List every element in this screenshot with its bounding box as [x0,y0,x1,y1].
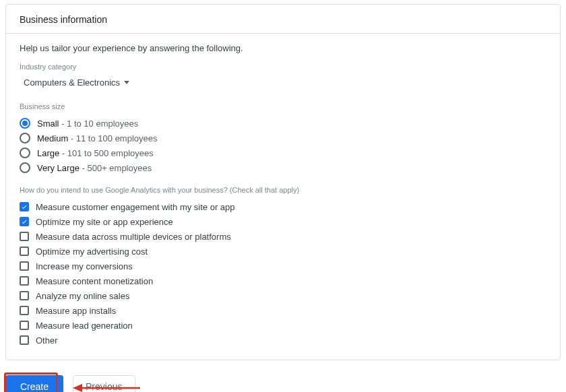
checkbox-label: Optimize my advertising cost [36,247,148,257]
checkbox-label: Measure content monetization [36,276,153,286]
usage-option[interactable]: Measure data across multiple devices or … [20,229,546,244]
checkbox-label: Measure lead generation [36,321,133,331]
industry-category-label: Industry category [20,63,546,71]
checkbox-icon [20,232,29,241]
checkbox-label: Other [36,335,58,346]
checkbox-checked-icon [20,202,29,211]
card-body: Help us tailor your experience by answer… [6,34,560,360]
business-size-option[interactable]: Small - 1 to 10 employees [20,116,546,131]
industry-category-value: Computers & Electronics [24,77,120,88]
checkbox-icon [20,335,29,345]
checkbox-icon [20,247,29,256]
business-size-option[interactable]: Large - 101 to 500 employees [20,145,546,160]
usage-option[interactable]: Other [20,333,546,348]
checkbox-label: Increase my conversions [36,261,133,271]
checkbox-checked-icon [20,217,29,226]
radio-icon [20,148,30,158]
usage-option[interactable]: Optimize my advertising cost [20,244,546,259]
checkbox-icon [20,321,29,330]
create-button[interactable]: Create [5,375,63,392]
radio-label: Very Large - 500+ employees [37,163,152,173]
business-size-option[interactable]: Medium - 11 to 100 employees [20,131,546,145]
usage-option[interactable]: Measure lead generation [20,318,546,333]
business-size-radio-group: Small - 1 to 10 employeesMedium - 11 to … [20,116,546,175]
checkbox-icon [20,306,29,315]
industry-category-dropdown[interactable]: Computers & Electronics [20,75,129,100]
checkbox-label: Measure data across multiple devices or … [36,232,231,242]
card-title: Business information [20,14,546,25]
radio-label: Large - 101 to 500 employees [37,148,154,158]
usage-option[interactable]: Measure app installs [20,303,546,318]
radio-label: Medium - 11 to 100 employees [37,133,158,143]
radio-label: Small - 1 to 10 employees [37,119,138,129]
usage-option[interactable]: Optimize my site or app experience [20,214,546,229]
usage-option[interactable]: Measure content monetization [20,273,546,288]
checkbox-icon [20,291,29,300]
usage-label: How do you intend to use Google Analytic… [20,186,546,194]
business-information-card: Business information Help us tailor your… [5,4,561,360]
checkbox-label: Analyze my online sales [36,291,129,301]
help-text: Help us tailor your experience by answer… [20,43,546,53]
usage-option[interactable]: Analyze my online sales [20,288,546,303]
radio-icon [20,133,30,143]
checkbox-icon [20,261,29,271]
usage-option[interactable]: Measure customer engagement with my site… [20,199,546,214]
business-size-option[interactable]: Very Large - 500+ employees [20,160,546,175]
checkbox-icon [20,276,29,286]
button-row: Create Previous [0,360,566,392]
business-size-label: Business size [20,102,546,110]
checkbox-label: Measure app installs [36,306,116,316]
radio-icon [20,118,30,129]
previous-button[interactable]: Previous [73,375,135,392]
radio-icon [20,162,30,173]
checkbox-label: Measure customer engagement with my site… [36,202,235,212]
usage-option[interactable]: Increase my conversions [20,259,546,273]
checkbox-label: Optimize my site or app experience [36,217,173,227]
chevron-down-icon [124,81,129,84]
card-header: Business information [6,5,560,34]
usage-checkbox-group: Measure customer engagement with my site… [20,199,546,348]
